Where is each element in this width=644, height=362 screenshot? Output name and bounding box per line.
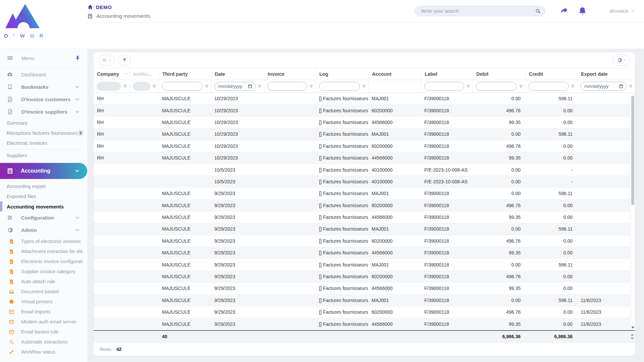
sidebar-item-r-ceptions-factures-fournisseurs[interactable]: Réceptions factures fournisseurs0 (0, 128, 87, 138)
bell-icon[interactable] (578, 6, 587, 15)
funnel-outline-icon[interactable] (571, 84, 575, 89)
sidebar-item-automatic-extractions[interactable]: Automatic extractions (0, 337, 87, 347)
calendar-icon[interactable] (619, 84, 624, 89)
funnel-outline-icon[interactable] (519, 84, 523, 89)
scroll-up-icon[interactable] (631, 334, 634, 336)
column-header-invoice[interactable]: Invoice (264, 68, 316, 80)
app-name: DEMO (96, 4, 112, 10)
columns-button[interactable] (98, 55, 115, 66)
scrollbar-thumb[interactable] (631, 96, 634, 205)
sidebar-item-o-invoice-customers[interactable]: O'Invoice customers (0, 93, 87, 106)
sidebar-item-attachment-extraction-for-electron[interactable]: Attachment extraction for electron (0, 246, 87, 256)
funnel-outline-icon[interactable] (309, 84, 314, 89)
cell-export_date: 11/6/2023 (577, 309, 635, 315)
column-header-label[interactable]: Label (421, 68, 473, 80)
date-date-filter[interactable]: mm/dd/yyyy (214, 82, 256, 91)
scroll-down-icon[interactable] (631, 326, 635, 329)
credit-filter-input[interactable] (529, 82, 569, 91)
third_party-filter-input[interactable] (162, 82, 203, 91)
table-row[interactable]: MAJUSCULE9/29/2023[]Factures fournisseur… (94, 295, 635, 306)
user-menu[interactable]: dinvoice (609, 8, 636, 14)
tri-right-icon[interactable] (124, 72, 128, 76)
column-header-credit[interactable]: Credit (525, 68, 577, 80)
sidebar-item-modern-auth-email-server[interactable]: Modern auth email server (0, 317, 87, 327)
sidebar-item-document-basket[interactable]: Document basket (0, 287, 87, 297)
sidebar-item-configuration[interactable]: Configuration (0, 212, 87, 224)
column-header-account[interactable]: Account (368, 68, 421, 80)
table-row[interactable]: RHMAJUSCULE10/29/2023[]Factures fourniss… (94, 93, 635, 105)
sidebar-item-auto-attach-rule[interactable]: Auto attach rule (0, 277, 87, 287)
export_date-date-filter[interactable]: mm/dd/yyyy (581, 82, 627, 91)
filter-button[interactable] (118, 55, 131, 66)
funnel-outline-icon[interactable] (362, 84, 366, 89)
table-row[interactable]: MAJUSCULE9/29/2023[]Factures fournisseur… (94, 200, 635, 212)
sidebar-item-electronic-invoices[interactable]: Electronic Invoices (0, 138, 87, 148)
filter-cell-date: mm/dd/yyyy (211, 80, 264, 93)
column-header-institution[interactable]: Institu... (129, 68, 159, 80)
share-icon[interactable] (559, 6, 569, 15)
sidebar-item-exported-files[interactable]: Exported files (0, 191, 87, 201)
sidebar-item-workflow-status[interactable]: Workflow status (0, 347, 87, 357)
funnel-outline-icon[interactable] (628, 84, 633, 89)
sidebar-item-virtual-printers[interactable]: Virtual printers (0, 297, 87, 307)
invoice-filter-input[interactable] (267, 82, 307, 91)
table-row[interactable]: MAJUSCULE9/29/2023[]Factures fournisseur… (94, 223, 635, 235)
table-row[interactable]: MAJUSCULE9/29/2023[]Factures fournisseur… (94, 188, 635, 199)
sidebar-item-o-invoice-suppliers[interactable]: O'Invoice suppliers (0, 106, 87, 118)
sidebar-menu-toggle[interactable]: Menu (0, 49, 87, 67)
sidebar-item-accounting[interactable]: Accounting (0, 163, 87, 179)
label-filter-input[interactable] (424, 82, 464, 91)
table-row[interactable]: MAJUSCULE9/29/2023[]Factures fournisseur… (94, 247, 635, 259)
funnel-outline-icon[interactable] (257, 84, 262, 89)
sidebar-item-admin[interactable]: Admin (0, 224, 87, 236)
column-header-debit[interactable]: Debit (473, 68, 525, 80)
sidebar-item-types-of-electronic-invoices[interactable]: Types of electronic invoices (0, 236, 87, 246)
cell-debit: 99.35 (473, 155, 525, 161)
app-breadcrumb[interactable]: DEMO (87, 4, 150, 10)
table-row[interactable]: 10/5/2023[]Factures fournisseurs40100000… (94, 164, 635, 176)
calendar-icon[interactable] (248, 84, 253, 89)
table-row[interactable]: MAJUSCULE9/29/2023[]Factures fournisseur… (94, 306, 635, 318)
table-row[interactable]: MAJUSCULE9/29/2023[]Factures fournisseur… (94, 318, 635, 330)
sidebar-item-label: Accounting (21, 168, 50, 174)
funnel-outline-icon[interactable] (466, 84, 471, 89)
sidebar-item-email-basket-rule[interactable]: Email basket rule (0, 327, 87, 337)
sidebar-item-bookmarks[interactable]: Bookmarks (0, 81, 87, 93)
search-icon[interactable] (535, 8, 541, 14)
vertical-scrollbar[interactable] (630, 93, 635, 330)
column-header-date[interactable]: Date (211, 68, 264, 80)
sidebar-item-accounting-movements[interactable]: Accounting movements (0, 201, 87, 212)
sidebar-item-dashboard[interactable]: Dashboard (0, 68, 87, 81)
table-row[interactable]: RHMAJUSCULE10/29/2023[]Factures fourniss… (94, 140, 635, 152)
column-header-log[interactable]: Log (316, 68, 368, 80)
debit-filter-input[interactable] (476, 82, 517, 91)
table-row[interactable]: MAJUSCULE9/29/2023[]Factures fournisseur… (94, 259, 635, 270)
column-header-company[interactable]: Company (94, 68, 129, 80)
table-row[interactable]: MAJUSCULE9/29/2023[]Factures fournisseur… (94, 271, 635, 283)
scroll-down-icon[interactable] (631, 338, 634, 340)
search-input[interactable] (421, 8, 535, 14)
sidebar-item-accounting-export[interactable]: Accounting export (0, 181, 87, 191)
sidebar-item-electronic-invoice-configuration[interactable]: Electronic invoice configuration (0, 256, 87, 266)
sidebar-item-summary[interactable]: Summary (0, 118, 87, 128)
sidebar-item-supplier-invoice-category[interactable]: Supplier invoice category (0, 266, 87, 277)
pin-icon[interactable] (75, 55, 80, 61)
log-filter-input[interactable] (319, 82, 360, 91)
table-row[interactable]: MAJUSCULE9/29/2023[]Factures fournisseur… (94, 235, 635, 247)
funnel-outline-icon[interactable] (152, 84, 157, 89)
table-row[interactable]: 10/5/2023[]Factures fournisseurs40100000… (94, 176, 635, 188)
sidebar-item-email-imports[interactable]: Email imports (0, 307, 87, 317)
table-row[interactable]: RHMAJUSCULE10/29/2023[]Factures fourniss… (94, 128, 635, 140)
table-row[interactable]: RHMAJUSCULE10/29/2023[]Factures fourniss… (94, 105, 635, 116)
table-row[interactable]: MAJUSCULE9/29/2023[]Factures fournisseur… (94, 212, 635, 223)
column-header-third_party[interactable]: Third party (159, 68, 211, 80)
sidebar-item-suppliers[interactable]: Suppliers (0, 150, 87, 161)
table-settings-button[interactable] (612, 55, 630, 66)
funnel-outline-icon[interactable] (204, 84, 209, 89)
table-row[interactable]: RHMAJUSCULE10/29/2023[]Factures fourniss… (94, 117, 635, 128)
cell-credit: 596.11 (525, 191, 577, 196)
table-row[interactable]: MAJUSCULE9/29/2023[]Factures fournisseur… (94, 283, 635, 294)
column-header-export_date[interactable]: Export date (577, 68, 635, 80)
funnel-outline-icon[interactable] (123, 84, 127, 89)
table-row[interactable]: RHMAJUSCULE10/29/2023[]Factures fourniss… (94, 152, 635, 164)
